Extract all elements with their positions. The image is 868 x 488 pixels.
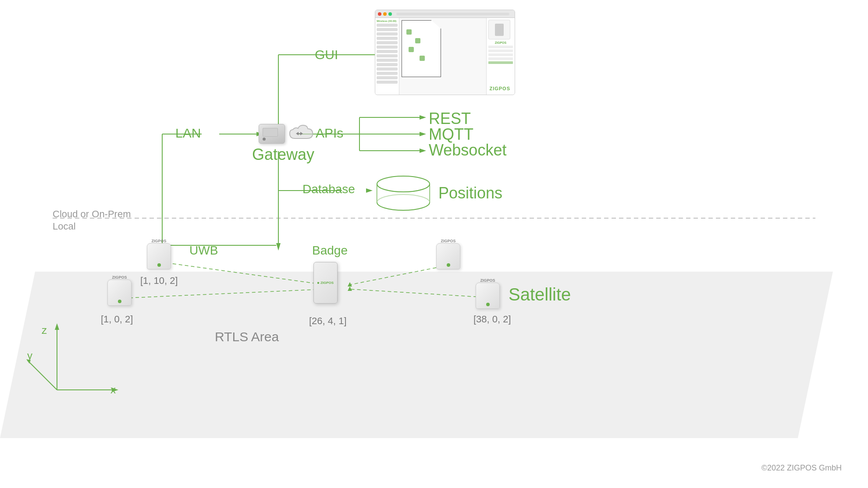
diagram-container: { "title": "ZIGPOS RTLS System Diagram",… bbox=[0, 0, 868, 488]
svg-marker-33 bbox=[348, 286, 352, 291]
cloud-label: Cloud or On-Prem bbox=[53, 209, 131, 220]
positions-label: Positions bbox=[438, 184, 502, 202]
anchor-top-right: ZIGPOS bbox=[436, 239, 460, 269]
gateway-device bbox=[259, 122, 316, 146]
local-label: Local bbox=[53, 221, 76, 232]
rtls-area-label: RTLS Area bbox=[215, 329, 279, 344]
badge-coord: [26, 4, 1] bbox=[309, 315, 347, 327]
gui-label: GUI bbox=[315, 47, 338, 62]
svg-rect-44 bbox=[377, 184, 430, 202]
svg-marker-31 bbox=[348, 282, 352, 286]
y-axis-label: y bbox=[27, 350, 32, 362]
svg-marker-12 bbox=[420, 115, 426, 120]
anchor-tl-coord: [1, 10, 2] bbox=[140, 275, 178, 286]
svg-line-26 bbox=[167, 263, 325, 285]
zigpos-logo: ZIGPOS bbox=[489, 86, 510, 91]
uwb-label: UWB bbox=[189, 244, 218, 258]
badge-device: ■ ZIGPOS bbox=[313, 262, 338, 304]
apis-label: APIs bbox=[316, 126, 343, 141]
svg-marker-8 bbox=[366, 188, 373, 193]
anchor-bottom-right: ZIGPOS bbox=[476, 278, 500, 309]
database-label: Database bbox=[302, 182, 355, 196]
mini-pc-icon bbox=[259, 124, 285, 144]
cloud-icon bbox=[283, 122, 316, 146]
websocket-label: Websocket bbox=[429, 141, 506, 159]
svg-marker-18 bbox=[420, 149, 426, 153]
svg-marker-35 bbox=[55, 323, 59, 330]
svg-point-43 bbox=[377, 194, 430, 210]
svg-line-27 bbox=[129, 289, 325, 298]
svg-line-36 bbox=[28, 361, 57, 390]
anchor-bl-coord: [1, 0, 2] bbox=[101, 314, 133, 325]
gui-screenshot: Wireless (30.00) bbox=[375, 10, 515, 95]
svg-marker-14 bbox=[420, 132, 426, 136]
copyright: ©2022 ZIGPOS GmbH bbox=[761, 463, 842, 473]
svg-marker-22 bbox=[276, 243, 281, 251]
gateway-label: Gateway bbox=[252, 145, 314, 164]
anchor-br-coord: [38, 0, 2] bbox=[473, 314, 511, 325]
svg-line-32 bbox=[350, 289, 495, 298]
z-axis-label: z bbox=[42, 324, 47, 336]
satellite-label: Satellite bbox=[509, 285, 571, 304]
anchor-top-left: ZIGPOS bbox=[147, 239, 171, 269]
lan-label: LAN bbox=[175, 126, 201, 141]
badge-label: Badge bbox=[312, 244, 348, 258]
svg-point-40 bbox=[377, 176, 430, 192]
anchor-bottom-left: ZIGPOS bbox=[107, 275, 132, 306]
x-axis-label: x bbox=[110, 384, 116, 396]
